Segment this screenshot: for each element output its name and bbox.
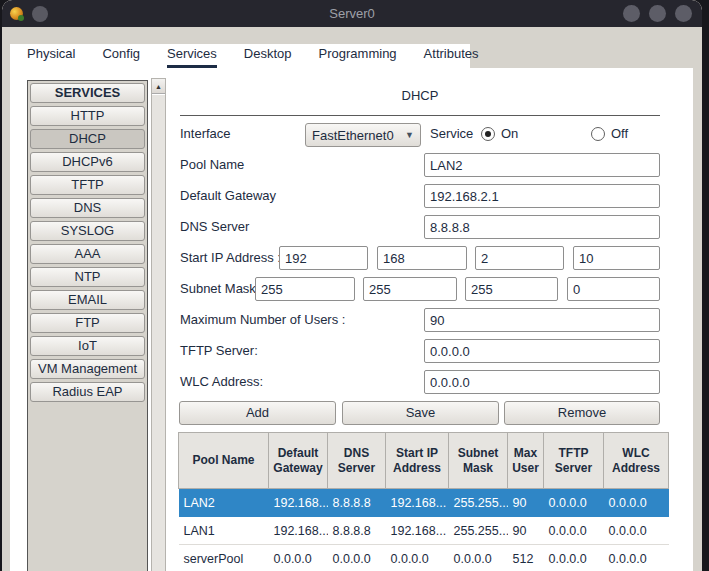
col-pool-name[interactable]: Pool Name: [179, 433, 269, 489]
start-ip-octet-4[interactable]: [573, 246, 660, 270]
sidebar-item-tftp[interactable]: TFTP: [30, 175, 145, 195]
cell[interactable]: 0.0.0.0: [449, 545, 508, 571]
max-users-label: Maximum Number of Users :: [180, 308, 345, 332]
chevron-down-icon: ▼: [405, 130, 414, 140]
minimize-button[interactable]: [623, 5, 640, 22]
col-start-ip[interactable]: Start IP Address: [386, 433, 449, 489]
cell[interactable]: 192.168...: [386, 517, 449, 545]
cell[interactable]: 255.255...: [449, 489, 508, 517]
cell[interactable]: 0.0.0.0: [544, 517, 604, 545]
cell[interactable]: 8.8.8.8: [328, 517, 386, 545]
cell[interactable]: 512: [508, 545, 544, 571]
col-subnet-mask[interactable]: Subnet Mask: [449, 433, 508, 489]
window-controls: [623, 5, 692, 22]
table-row-serverpool[interactable]: serverPool 0.0.0.0 0.0.0.0 0.0.0.0 0.0.0…: [179, 545, 669, 571]
desktop-background: Server0 Physical Config Services Desktop…: [0, 0, 709, 571]
sidebar-item-dhcpv6[interactable]: DHCPv6: [30, 152, 145, 172]
cell[interactable]: LAN1: [179, 517, 269, 545]
cell[interactable]: 255.255...: [449, 517, 508, 545]
subnet-mask-label: Subnet Mask:: [180, 277, 260, 301]
services-sidebar: SERVICES HTTP DHCP DHCPv6 TFTP DNS SYSLO…: [27, 80, 148, 571]
add-button[interactable]: Add: [179, 401, 336, 425]
start-ip-octet-1[interactable]: [279, 246, 368, 270]
cell[interactable]: 0.0.0.0: [386, 545, 449, 571]
server-window: Server0 Physical Config Services Desktop…: [2, 0, 702, 571]
tab-programming[interactable]: Programming: [319, 44, 397, 68]
max-users-input[interactable]: [424, 308, 660, 332]
sidebar-item-email[interactable]: EMAIL: [30, 290, 145, 310]
table-row-lan2[interactable]: LAN2 192.168... 8.8.8.8 192.168... 255.2…: [179, 489, 669, 517]
cell[interactable]: 0.0.0.0: [604, 517, 669, 545]
cell[interactable]: 0.0.0.0: [544, 545, 604, 571]
wlc-address-label: WLC Address:: [180, 370, 263, 394]
sidebar-item-http[interactable]: HTTP: [30, 106, 145, 126]
save-button[interactable]: Save: [342, 401, 499, 425]
window-title: Server0: [2, 6, 702, 21]
sidebar-item-dns[interactable]: DNS: [30, 198, 145, 218]
cell[interactable]: 0.0.0.0: [544, 489, 604, 517]
remove-button[interactable]: Remove: [504, 401, 660, 425]
subnet-octet-4[interactable]: [567, 277, 660, 301]
col-dns-server[interactable]: DNS Server: [328, 433, 386, 489]
interface-select[interactable]: FastEthernet0 ▼: [305, 123, 421, 147]
cell[interactable]: 0.0.0.0: [269, 545, 328, 571]
table-header-row: Pool Name Default Gateway DNS Server Sta…: [179, 433, 669, 489]
dns-server-label: DNS Server: [180, 215, 249, 239]
pool-name-label: Pool Name: [180, 153, 244, 177]
tab-bar: Physical Config Services Desktop Program…: [10, 44, 470, 68]
sidebar-header-services: SERVICES: [30, 83, 145, 103]
sidebar-item-ftp[interactable]: FTP: [30, 313, 145, 333]
service-on-radio[interactable]: [481, 127, 495, 141]
subnet-octet-2[interactable]: [363, 277, 457, 301]
sidebar-item-radius-eap[interactable]: Radius EAP: [30, 382, 145, 402]
service-off-radio[interactable]: [591, 127, 605, 141]
default-gateway-input[interactable]: [424, 184, 660, 208]
cell[interactable]: LAN2: [179, 489, 269, 517]
tab-desktop[interactable]: Desktop: [244, 44, 292, 68]
cell[interactable]: 0.0.0.0: [604, 545, 669, 571]
titlebar[interactable]: Server0: [2, 0, 702, 27]
interface-label: Interface: [180, 122, 231, 146]
service-label: Service: [430, 122, 473, 146]
subnet-octet-3[interactable]: [465, 277, 558, 301]
col-max-user[interactable]: Max User: [508, 433, 544, 489]
pool-name-input[interactable]: [424, 153, 660, 177]
table-row-lan1[interactable]: LAN1 192.168... 8.8.8.8 192.168... 255.2…: [179, 517, 669, 545]
cell[interactable]: 0.0.0.0: [328, 545, 386, 571]
cell[interactable]: serverPool: [179, 545, 269, 571]
sidebar-item-ntp[interactable]: NTP: [30, 267, 145, 287]
col-tftp-server[interactable]: TFTP Server: [544, 433, 604, 489]
col-default-gateway[interactable]: Default Gateway: [269, 433, 328, 489]
subnet-octet-1[interactable]: [255, 277, 355, 301]
start-ip-octet-2[interactable]: [377, 246, 467, 270]
cell[interactable]: 192.168...: [386, 489, 449, 517]
service-off-label: Off: [611, 122, 628, 146]
services-content-panel: SERVICES HTTP DHCP DHCPv6 TFTP DNS SYSLO…: [10, 68, 693, 571]
cell[interactable]: 90: [508, 517, 544, 545]
sidebar-item-iot[interactable]: IoT: [30, 336, 145, 356]
tab-attributes[interactable]: Attributes: [424, 44, 479, 68]
close-button[interactable]: [675, 5, 692, 22]
maximize-button[interactable]: [649, 5, 666, 22]
dhcp-pool-table: Pool Name Default Gateway DNS Server Sta…: [178, 432, 669, 571]
tab-physical[interactable]: Physical: [27, 44, 75, 68]
cell[interactable]: 192.168...: [269, 489, 328, 517]
cell[interactable]: 8.8.8.8: [328, 489, 386, 517]
col-wlc-address[interactable]: WLC Address: [604, 433, 669, 489]
cell[interactable]: 0.0.0.0: [604, 489, 669, 517]
wlc-address-input[interactable]: [424, 370, 660, 394]
tftp-server-input[interactable]: [424, 339, 660, 363]
scroll-up-icon[interactable]: ▲: [152, 79, 165, 94]
cell[interactable]: 192.168...: [269, 517, 328, 545]
sidebar-item-dhcp[interactable]: DHCP: [30, 129, 145, 149]
scrollbar-thumb[interactable]: [152, 94, 165, 571]
sidebar-item-syslog[interactable]: SYSLOG: [30, 221, 145, 241]
sidebar-item-aaa[interactable]: AAA: [30, 244, 145, 264]
start-ip-octet-3[interactable]: [475, 246, 564, 270]
dns-server-input[interactable]: [424, 215, 660, 239]
sidebar-scrollbar[interactable]: ▲: [151, 78, 166, 571]
sidebar-item-vm-management[interactable]: VM Management: [30, 359, 145, 379]
cell[interactable]: 90: [508, 489, 544, 517]
tab-services[interactable]: Services: [167, 44, 217, 68]
tab-config[interactable]: Config: [102, 44, 140, 68]
